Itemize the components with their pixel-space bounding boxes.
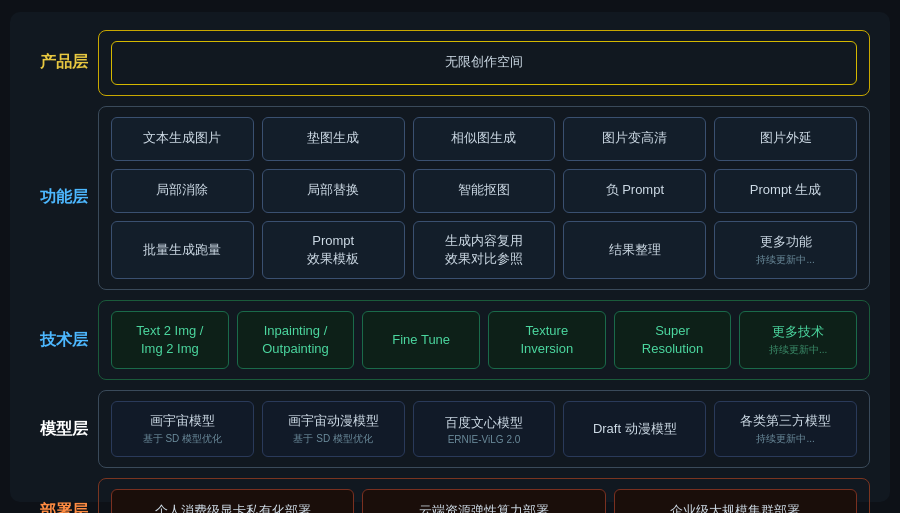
func-card-erase: 局部消除 xyxy=(111,169,254,213)
func-card-neg-prompt: 负 Prompt xyxy=(563,169,706,213)
deploy-card-personal: 个人消费级显卡私有化部署 xyxy=(111,489,354,513)
func-card-upscale: 图片变高清 xyxy=(563,117,706,161)
func-card-batch: 批量生成跑量 xyxy=(111,221,254,279)
model-cards: 画宇宙模型基于 SD 模型优化 画宇宙动漫模型基于 SD 模型优化 百度文心模型… xyxy=(111,401,857,457)
function-row: 功能层 文本生成图片 垫图生成 相似图生成 图片变高清 图片外延 局部消除 局部… xyxy=(30,106,870,290)
function-content: 文本生成图片 垫图生成 相似图生成 图片变高清 图片外延 局部消除 局部替换 智… xyxy=(98,106,870,290)
func-card-replace: 局部替换 xyxy=(262,169,405,213)
tech-card-texture: TextureInversion xyxy=(488,311,606,369)
deploy-row: 部署层 个人消费级显卡私有化部署 云端资源弹性算力部署 企业级大规模集群部署 xyxy=(30,478,870,513)
product-content: 无限创作空间 xyxy=(98,30,870,96)
func-card-pad: 垫图生成 xyxy=(262,117,405,161)
func-card-prompt-template: Prompt效果模板 xyxy=(262,221,405,279)
func-card-prompt-gen: Prompt 生成 xyxy=(714,169,857,213)
product-label: 产品层 xyxy=(30,30,98,96)
product-card: 无限创作空间 xyxy=(111,41,857,85)
func-card-similar: 相似图生成 xyxy=(413,117,556,161)
deploy-card-cloud: 云端资源弹性算力部署 xyxy=(362,489,605,513)
model-card-huayuzhou: 画宇宙模型基于 SD 模型优化 xyxy=(111,401,254,457)
deploy-card-enterprise: 企业级大规模集群部署 xyxy=(614,489,857,513)
function-label: 功能层 xyxy=(30,106,98,290)
func-card-text2img: 文本生成图片 xyxy=(111,117,254,161)
model-card-draft: Draft 动漫模型 xyxy=(563,401,706,457)
tech-content: Text 2 Img /Img 2 Img Inpainting /Outpai… xyxy=(98,300,870,380)
model-content: 画宇宙模型基于 SD 模型优化 画宇宙动漫模型基于 SD 模型优化 百度文心模型… xyxy=(98,390,870,468)
func-row-1: 文本生成图片 垫图生成 相似图生成 图片变高清 图片外延 xyxy=(111,117,857,161)
tech-card-more: 更多技术持续更新中... xyxy=(739,311,857,369)
func-card-extend: 图片外延 xyxy=(714,117,857,161)
deploy-label: 部署层 xyxy=(30,478,98,513)
diagram: 产品层 无限创作空间 功能层 文本生成图片 垫图生成 相似图生成 图片变高清 图… xyxy=(10,12,890,502)
func-row-3: 批量生成跑量 Prompt效果模板 生成内容复用效果对比参照 结果整理 更多功能… xyxy=(111,221,857,279)
tech-card-superres: SuperResolution xyxy=(614,311,732,369)
model-label: 模型层 xyxy=(30,390,98,468)
deploy-cards: 个人消费级显卡私有化部署 云端资源弹性算力部署 企业级大规模集群部署 xyxy=(111,489,857,513)
tech-cards: Text 2 Img /Img 2 Img Inpainting /Outpai… xyxy=(111,311,857,369)
model-card-wenxin: 百度文心模型ERNIE-ViLG 2.0 xyxy=(413,401,556,457)
product-row: 产品层 无限创作空间 xyxy=(30,30,870,96)
model-card-anime: 画宇宙动漫模型基于 SD 模型优化 xyxy=(262,401,405,457)
tech-card-finetune: Fine Tune xyxy=(362,311,480,369)
tech-card-t2i: Text 2 Img /Img 2 Img xyxy=(111,311,229,369)
func-card-organize: 结果整理 xyxy=(563,221,706,279)
func-card-more: 更多功能持续更新中... xyxy=(714,221,857,279)
deploy-content: 个人消费级显卡私有化部署 云端资源弹性算力部署 企业级大规模集群部署 xyxy=(98,478,870,513)
func-row-2: 局部消除 局部替换 智能抠图 负 Prompt Prompt 生成 xyxy=(111,169,857,213)
func-card-cutout: 智能抠图 xyxy=(413,169,556,213)
model-row: 模型层 画宇宙模型基于 SD 模型优化 画宇宙动漫模型基于 SD 模型优化 百度… xyxy=(30,390,870,468)
model-card-thirdparty: 各类第三方模型持续更新中... xyxy=(714,401,857,457)
func-card-compare: 生成内容复用效果对比参照 xyxy=(413,221,556,279)
product-text: 无限创作空间 xyxy=(445,53,523,71)
tech-row: 技术层 Text 2 Img /Img 2 Img Inpainting /Ou… xyxy=(30,300,870,380)
tech-card-inpaint: Inpainting /Outpainting xyxy=(237,311,355,369)
tech-label: 技术层 xyxy=(30,300,98,380)
